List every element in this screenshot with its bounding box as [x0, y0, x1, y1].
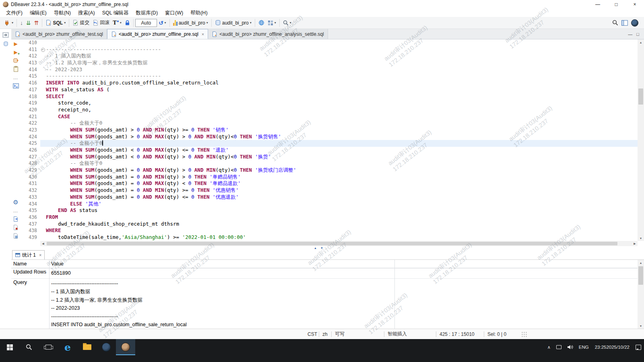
scroll-up-icon[interactable]: ▲: [638, 260, 644, 265]
code-line-420[interactable]: 420 receipt_no,: [20, 107, 638, 113]
export-from-query-button[interactable]: [12, 56, 20, 65]
tab-close-icon[interactable]: ×: [202, 32, 204, 37]
scroll-left-icon[interactable]: ◀: [40, 241, 46, 246]
open-sql-editor-button[interactable]: SQL ▾: [44, 18, 67, 28]
volume-button[interactable]: [564, 339, 576, 355]
code-line-412[interactable]: 412-- 1 插入国内数据: [20, 53, 638, 60]
dbeaver-perspective-icon[interactable]: [631, 19, 638, 27]
code-line-424[interactable]: 424 WHEN SUM(goods_amt) > 0 AND MAX(qty)…: [20, 134, 638, 140]
database-navigator-icon[interactable]: [3, 41, 8, 47]
cancel-execution-button[interactable]: ⇈: [33, 18, 41, 28]
close-icon[interactable]: ×: [39, 253, 41, 257]
commit-mode-combobox[interactable]: Auto: [135, 19, 157, 27]
code-line-416[interactable]: 416INSERT INTO audit_bi_pro.custom_offli…: [20, 80, 638, 86]
editor-tab[interactable]: <audit_bi_pro> zhumr_offline_pre.sql×: [107, 29, 208, 39]
code-line-415[interactable]: 415-------------------------------------…: [20, 73, 638, 80]
code-line-436[interactable]: 436FROM: [20, 214, 638, 221]
minimize-button[interactable]: —: [588, 0, 607, 9]
taskbar-clock[interactable]: 23:25 2025/10/22: [592, 339, 633, 355]
taskbar-search-button[interactable]: [19, 339, 39, 355]
close-button[interactable]: ×: [625, 0, 644, 9]
code-line-432[interactable]: 432 WHEN SUM(goods_amt) = 0 AND MIN(qty)…: [20, 187, 638, 194]
code-line-429[interactable]: 429 WHEN SUM(goods_amt) = 0 AND MAX(qty)…: [20, 167, 638, 174]
task-view-button[interactable]: [39, 339, 58, 355]
scroll-down-icon[interactable]: ▼: [638, 323, 644, 329]
perspective-icon[interactable]: [621, 20, 628, 26]
lock-button[interactable]: [123, 18, 132, 28]
code-line-417[interactable]: 417WITH sale_status AS (: [20, 86, 638, 93]
menu-item[interactable]: 窗口(W): [161, 9, 187, 17]
tray-expand-button[interactable]: ∧: [545, 339, 553, 355]
panel-splitter[interactable]: ▲ ▼: [0, 246, 644, 250]
scroll-right-icon[interactable]: ▶: [632, 241, 638, 246]
splitter-down-icon[interactable]: ▼: [320, 247, 323, 249]
view-minimize-button[interactable]: —: [628, 32, 632, 37]
code-line-427[interactable]: 427 WHEN SUM(goods_amt) < 0 AND MAX(qty)…: [20, 154, 638, 160]
code-line-422[interactable]: 422 -- 金额大于0: [20, 120, 638, 127]
code-line-437[interactable]: 437 dwd_trade_hkaudit_shop_receipt_mt dt…: [20, 221, 638, 228]
grid-row[interactable]: Query-----------------------------------…: [11, 279, 644, 329]
code-line-419[interactable]: 419 store_code,: [20, 100, 638, 107]
editor-tab[interactable]: <audit_bi_pro> zhumr_offline_test.sql: [11, 29, 107, 39]
scroll-down-icon[interactable]: ▼: [638, 235, 644, 241]
scrollbar-thumb[interactable]: [47, 242, 617, 245]
editor-horizontal-scrollbar[interactable]: ◀ ▶: [40, 241, 638, 246]
code-line-434[interactable]: 434 ELSE '其他': [20, 201, 638, 208]
result-grid-file-icon[interactable]: [12, 232, 20, 240]
code-line-433[interactable]: 433 WHEN SUM(goods_amt) = 0 AND MAX(qty)…: [20, 194, 638, 201]
code-line-410[interactable]: 410: [20, 39, 638, 46]
tab-statistics[interactable]: 统计 1 ×: [12, 250, 45, 259]
menu-item[interactable]: 帮助(H): [187, 9, 211, 17]
scrollbar-thumb[interactable]: [638, 88, 643, 105]
clipboard-icon[interactable]: [12, 65, 20, 73]
status-cursor-position[interactable]: 425 : 17 : 15010: [436, 331, 484, 337]
transaction-log-button[interactable]: ↺ ▾: [157, 18, 168, 28]
more-options-icon[interactable]: …: [12, 206, 20, 215]
fetch-all-rows-button[interactable]: ⇊: [25, 18, 33, 28]
code-line-438[interactable]: 438WHERE: [20, 227, 638, 234]
code-line-439[interactable]: 439 toDateTime(sale_time,'Asia/Shanghai'…: [20, 234, 638, 241]
code-line-425[interactable]: 425 -- 金额小于0: [20, 140, 638, 147]
web-button[interactable]: [257, 18, 266, 28]
code-line-413[interactable]: 413-- 1.2 插入非海一家，非男生女生换货数据: [20, 60, 638, 66]
restore-panel-icon[interactable]: [2, 32, 9, 38]
sql-editor[interactable]: 410411----------------------------------…: [20, 39, 638, 241]
action-center-button[interactable]: [633, 339, 644, 355]
menu-item[interactable]: 搜索(A): [74, 9, 99, 17]
menu-item[interactable]: 导航(N): [50, 9, 74, 17]
quick-search-icon[interactable]: [612, 20, 618, 26]
column-header-name[interactable]: Name: [11, 261, 49, 267]
open-console-button[interactable]: [12, 82, 20, 90]
commit-button[interactable]: 提交: [71, 18, 91, 28]
transaction-mode-button[interactable]: T ▾: [111, 18, 123, 28]
menu-item[interactable]: 文件(F): [2, 9, 26, 17]
code-line-431[interactable]: 431 WHEN SUM(goods_amt) = 0 AND MAX(qty)…: [20, 180, 638, 187]
projects-button[interactable]: ▾: [266, 18, 278, 28]
editor-vertical-scrollbar[interactable]: ▲ ▼: [638, 39, 644, 241]
fold-collapse-icon[interactable]: [40, 46, 46, 53]
execute-statement-button[interactable]: ▶: [12, 39, 20, 48]
splitter-up-icon[interactable]: ▲: [314, 247, 317, 249]
code-line-411[interactable]: 411-------------------------------------…: [20, 46, 638, 53]
file-explorer-button[interactable]: [77, 339, 97, 355]
menu-item[interactable]: SQL 编辑器: [99, 9, 132, 17]
toolbar-search-button[interactable]: ▾: [281, 18, 293, 28]
locked-file-icon[interactable]: [12, 223, 20, 232]
column-header-value[interactable]: Value: [49, 261, 394, 267]
app-button-1[interactable]: [97, 339, 116, 355]
code-line-428[interactable]: 428 -- 金额等于0: [20, 160, 638, 167]
code-line-435[interactable]: 435 END AS status: [20, 207, 638, 214]
grid-vertical-scrollbar[interactable]: ▲ ▼: [638, 260, 644, 329]
dbeaver-taskbar-button[interactable]: [116, 339, 135, 355]
code-line-430[interactable]: 430 WHEN SUM(goods_amt) = 0 AND MIN(qty)…: [20, 174, 638, 181]
rollback-button[interactable]: 回滚: [91, 18, 111, 28]
new-connection-button[interactable]: ▾: [2, 18, 15, 28]
scroll-up-icon[interactable]: ▲: [638, 39, 644, 45]
menu-item[interactable]: 数据库(D): [132, 9, 161, 17]
input-language-button[interactable]: ENG: [576, 339, 592, 355]
tray-tablet-button[interactable]: [553, 339, 564, 355]
settings-gear-icon[interactable]: ⚙: [12, 198, 20, 206]
maximize-button[interactable]: □: [607, 0, 625, 9]
fetch-next-page-button[interactable]: ↓: [19, 18, 25, 28]
code-line-414[interactable]: 414-- 2022-2023: [20, 66, 638, 73]
